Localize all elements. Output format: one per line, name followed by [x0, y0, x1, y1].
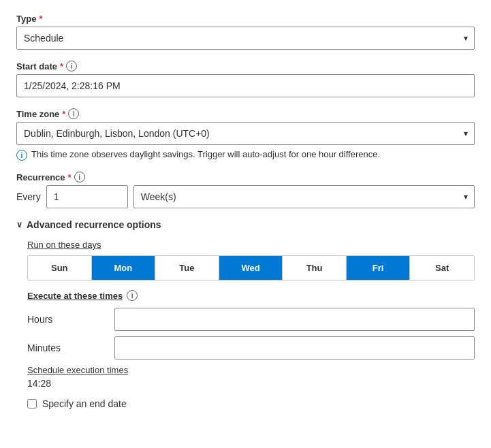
minutes-label: Minutes — [27, 342, 109, 353]
type-select[interactable]: Schedule — [16, 27, 475, 50]
day-cell-fri[interactable]: Fri — [347, 256, 411, 280]
timezone-info-icon[interactable]: i — [68, 108, 79, 119]
start-date-field-group: Start date * i — [16, 61, 475, 97]
recurrence-label: Recurrence * i — [16, 172, 475, 182]
start-date-input[interactable] — [16, 74, 475, 97]
start-date-label: Start date * i — [16, 61, 475, 71]
recurrence-field-group: Recurrence * i Every Week(s) ▾ — [16, 172, 475, 208]
recurrence-required-star: * — [68, 172, 72, 182]
type-label-text: Type — [16, 14, 36, 24]
start-date-info-icon[interactable]: i — [66, 61, 77, 71]
type-field-group: Type * Schedule ▾ — [16, 14, 475, 50]
day-cell-thu[interactable]: Thu — [283, 256, 347, 280]
timezone-select-wrapper: Dublin, Edinburgh, Lisbon, London (UTC+0… — [16, 122, 475, 145]
specify-end-date-checkbox[interactable] — [27, 399, 37, 409]
timezone-label: Time zone * i — [16, 108, 475, 119]
every-label: Every — [16, 191, 41, 202]
recurrence-label-text: Recurrence — [16, 172, 65, 182]
advanced-recurrence-section: ∨ Advanced recurrence options Run on the… — [16, 219, 475, 409]
hours-input[interactable] — [114, 308, 475, 331]
recurrence-unit-select[interactable]: Week(s) — [133, 185, 475, 208]
every-input[interactable] — [46, 185, 128, 208]
days-grid: SunMonTueWedThuFriSat — [27, 255, 475, 281]
run-on-days-label: Run on these days — [27, 240, 475, 250]
timezone-info-message-text: This time zone observes daylight savings… — [31, 149, 380, 159]
type-required-star: * — [39, 14, 42, 24]
specify-end-date-row: Specify an end date — [27, 398, 475, 409]
execute-info-icon[interactable]: i — [127, 290, 138, 301]
advanced-toggle-label: Advanced recurrence options — [27, 219, 161, 230]
schedule-time-value: 14:28 — [27, 378, 475, 389]
advanced-toggle-chevron: ∨ — [16, 220, 22, 229]
recurrence-row: Every Week(s) ▾ — [16, 185, 475, 208]
minutes-row: Minutes — [27, 336, 475, 359]
type-label: Type * — [16, 14, 475, 24]
recurrence-info-icon[interactable]: i — [74, 172, 85, 182]
day-cell-mon[interactable]: Mon — [92, 256, 156, 280]
hours-label: Hours — [27, 314, 109, 325]
execute-at-label: Execute at these times — [27, 291, 123, 301]
timezone-info-blue-icon: i — [16, 150, 27, 161]
start-date-label-text: Start date — [16, 61, 57, 71]
day-cell-sat[interactable]: Sat — [410, 256, 474, 280]
advanced-toggle[interactable]: ∨ Advanced recurrence options — [16, 219, 475, 230]
day-cell-wed[interactable]: Wed — [219, 256, 283, 280]
start-date-required-star: * — [60, 61, 63, 71]
timezone-label-text: Time zone — [16, 109, 59, 119]
day-cell-tue[interactable]: Tue — [155, 256, 219, 280]
execute-label-row: Execute at these times i — [27, 290, 475, 301]
specify-end-date-label: Specify an end date — [42, 398, 127, 409]
minutes-input[interactable] — [114, 336, 475, 359]
recurrence-unit-select-wrapper: Week(s) ▾ — [133, 185, 475, 208]
schedule-execution-link[interactable]: Schedule execution times — [27, 365, 475, 375]
day-cell-sun[interactable]: Sun — [28, 256, 92, 280]
timezone-required-star: * — [62, 109, 65, 119]
advanced-section-content: Run on these days SunMonTueWedThuFriSat … — [16, 240, 475, 409]
timezone-field-group: Time zone * i Dublin, Edinburgh, Lisbon,… — [16, 108, 475, 161]
timezone-select[interactable]: Dublin, Edinburgh, Lisbon, London (UTC+0… — [16, 122, 475, 145]
type-select-wrapper: Schedule ▾ — [16, 27, 475, 50]
hours-row: Hours — [27, 308, 475, 331]
timezone-info-message: i This time zone observes daylight savin… — [16, 149, 475, 161]
